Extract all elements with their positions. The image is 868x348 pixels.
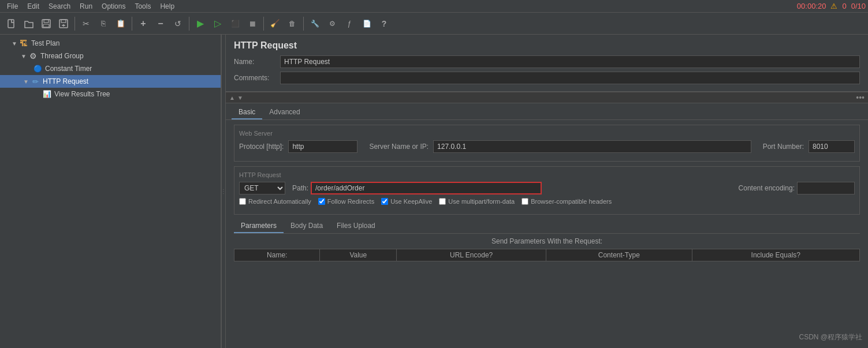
saveas-button[interactable] bbox=[55, 16, 72, 32]
http-request-icon: ✏ bbox=[30, 76, 40, 87]
add-button[interactable]: + bbox=[135, 16, 151, 32]
panel-title: HTTP Request bbox=[234, 40, 860, 51]
menu-options[interactable]: Options bbox=[97, 2, 130, 10]
checkbox-redirect-auto[interactable]: Redirect Automatically bbox=[239, 198, 311, 205]
checkbox-browser-compat[interactable]: Browser-compatible headers bbox=[521, 198, 612, 205]
menu-tools[interactable]: Tools bbox=[130, 2, 155, 10]
expand-icon4: ▼ bbox=[23, 78, 30, 85]
checkbox-multipart-input[interactable] bbox=[439, 198, 446, 205]
collapse-down-icon: ▼ bbox=[237, 95, 243, 101]
menu-file[interactable]: File bbox=[2, 2, 23, 10]
name-label: Name: bbox=[234, 58, 280, 66]
sep3 bbox=[189, 17, 189, 31]
tree-label-test-plan: Test Plan bbox=[31, 39, 59, 47]
name-input[interactable] bbox=[280, 55, 860, 68]
tree-item-thread-group[interactable]: ▼ ⚙ Thread Group bbox=[0, 50, 221, 62]
run-options-button[interactable]: ⚙ bbox=[324, 16, 340, 32]
paste-button[interactable]: 📋 bbox=[113, 16, 129, 32]
params-section: Send Parameters With the Request: Name: … bbox=[234, 237, 860, 261]
sep4 bbox=[263, 17, 264, 31]
clear-button[interactable]: 🧹 bbox=[267, 16, 283, 32]
col-url-encode: URL Encode? bbox=[397, 249, 546, 261]
clearall-button[interactable]: 🗑 bbox=[284, 16, 300, 32]
params-title: Send Parameters With the Request: bbox=[234, 237, 860, 245]
comments-label: Comments: bbox=[234, 74, 280, 82]
checkbox-follow-redirects-input[interactable] bbox=[318, 198, 325, 205]
path-input[interactable] bbox=[311, 182, 542, 194]
save-button[interactable] bbox=[38, 16, 54, 32]
toolbar: ✂ ⎘ 📋 + − ↺ ▶ ▷ ⬛ ⏹ 🧹 🗑 🔧 ⚙ ƒ 📄 ? bbox=[0, 13, 868, 35]
menu-edit[interactable]: Edit bbox=[23, 2, 44, 10]
expand-icon2: ▼ bbox=[21, 53, 28, 59]
reset-button[interactable]: ↺ bbox=[170, 16, 186, 32]
panel-content: Web Server Protocol [http]: Server Name … bbox=[226, 120, 868, 348]
checkbox-keepalive-input[interactable] bbox=[381, 198, 388, 205]
remote-button[interactable]: 🔧 bbox=[307, 16, 323, 32]
collapse-row[interactable]: ▲ ▼ ••• bbox=[226, 92, 868, 103]
remove-button[interactable]: − bbox=[152, 16, 169, 32]
copy-button[interactable]: ⎘ bbox=[95, 16, 111, 32]
comments-input[interactable] bbox=[280, 72, 860, 84]
name-row: Name: bbox=[234, 55, 860, 68]
templates-button[interactable]: 📄 bbox=[359, 16, 375, 32]
sep5 bbox=[303, 17, 304, 31]
checkbox-keepalive[interactable]: Use KeepAlive bbox=[381, 198, 432, 205]
tree-item-http-request[interactable]: ▼ ✏ HTTP Request bbox=[0, 75, 221, 88]
table-header-row: Name: Value URL Encode? Content-Type Inc… bbox=[234, 249, 860, 261]
main-layout: ▼ 🏗 Test Plan ▼ ⚙ Thread Group 🔵 Constan… bbox=[0, 35, 868, 348]
checkbox-redirect-auto-input[interactable] bbox=[239, 198, 246, 205]
start-no-pause-button[interactable]: ▷ bbox=[210, 16, 226, 32]
method-path-row: GET POST PUT DELETE PATCH Path: Content … bbox=[239, 182, 855, 194]
encoding-input[interactable] bbox=[797, 182, 855, 194]
tree-item-test-plan[interactable]: ▼ 🏗 Test Plan bbox=[0, 37, 221, 50]
protocol-input[interactable] bbox=[288, 140, 357, 153]
start-button[interactable]: ▶ bbox=[192, 16, 208, 32]
svg-rect-3 bbox=[43, 24, 49, 27]
web-server-section: Web Server Protocol [http]: Server Name … bbox=[234, 125, 860, 162]
tree-item-view-results-tree[interactable]: 📊 View Results Tree bbox=[0, 88, 221, 100]
tab-body-data[interactable]: Body Data bbox=[284, 219, 330, 233]
menu-search[interactable]: Search bbox=[44, 2, 75, 10]
web-server-title: Web Server bbox=[239, 130, 855, 137]
comments-row: Comments: bbox=[234, 72, 860, 84]
watermark: CSDN @程序猿学社 bbox=[799, 332, 862, 342]
method-select[interactable]: GET POST PUT DELETE PATCH bbox=[239, 182, 285, 194]
server-label: Server Name or IP: bbox=[369, 143, 429, 151]
function-helper-button[interactable]: ƒ bbox=[341, 16, 357, 32]
tree-item-constant-timer[interactable]: 🔵 Constant Timer bbox=[0, 62, 221, 75]
port-input[interactable] bbox=[809, 140, 855, 153]
stop-button[interactable]: ⬛ bbox=[227, 16, 243, 32]
tab-advanced[interactable]: Advanced bbox=[262, 106, 307, 119]
checkbox-browser-compat-input[interactable] bbox=[521, 198, 528, 205]
params-tabs: Parameters Body Data Files Upload bbox=[234, 219, 860, 234]
help-button[interactable]: ? bbox=[376, 16, 392, 32]
tab-parameters[interactable]: Parameters bbox=[234, 219, 284, 233]
tab-basic[interactable]: Basic bbox=[232, 106, 262, 119]
checkbox-multipart[interactable]: Use multipart/form-data bbox=[439, 198, 515, 205]
open-button[interactable] bbox=[21, 16, 37, 32]
new-button[interactable] bbox=[3, 16, 20, 32]
menu-help[interactable]: Help bbox=[155, 2, 179, 10]
server-input[interactable] bbox=[433, 140, 751, 153]
tree-label-thread-group: Thread Group bbox=[40, 52, 84, 60]
checkbox-follow-redirects[interactable]: Follow Redirects bbox=[318, 198, 374, 205]
col-value: Value bbox=[320, 249, 397, 261]
tab-files-upload[interactable]: Files Upload bbox=[330, 219, 382, 233]
warning-icon: ⚠ bbox=[830, 2, 837, 10]
splitter[interactable]: ⋮ bbox=[221, 35, 226, 348]
expand-icon: ▼ bbox=[12, 40, 18, 47]
more-options-icon[interactable]: ••• bbox=[856, 93, 865, 102]
tree-label-constant-timer: Constant Timer bbox=[45, 65, 92, 73]
http-request-section: HTTP Request GET POST PUT DELETE PATCH P… bbox=[234, 166, 860, 215]
shutdown-button[interactable]: ⏹ bbox=[244, 16, 260, 32]
cut-button[interactable]: ✂ bbox=[78, 16, 94, 32]
col-content-type: Content-Type bbox=[546, 249, 692, 261]
col-name: Name: bbox=[234, 249, 320, 261]
timer-value: 00:00:20 bbox=[797, 2, 826, 10]
web-server-fields: Protocol [http]: Server Name or IP: Port… bbox=[239, 140, 855, 153]
checkbox-keepalive-label: Use KeepAlive bbox=[390, 198, 432, 205]
menu-run[interactable]: Run bbox=[75, 2, 97, 10]
tree-label-view-results: View Results Tree bbox=[54, 90, 110, 98]
checkbox-follow-redirects-label: Follow Redirects bbox=[327, 198, 374, 205]
params-table: Name: Value URL Encode? Content-Type Inc… bbox=[234, 249, 860, 261]
